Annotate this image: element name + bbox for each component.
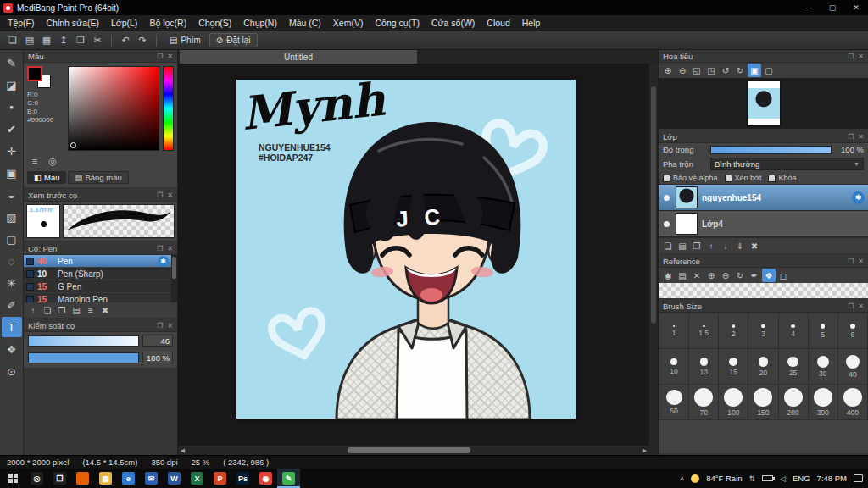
menu-view[interactable]: Xem(V) (327, 15, 370, 31)
brush-menu-icon[interactable]: ≡ (84, 303, 97, 317)
app-chrome[interactable]: ◉ (254, 469, 277, 488)
menu-window[interactable]: Cửa sổ(W) (426, 15, 481, 31)
zoom-out-icon[interactable]: ⊖ (676, 64, 689, 77)
brush-size-150[interactable]: 150 (748, 385, 777, 419)
clock[interactable]: 7:48 PM (817, 474, 847, 483)
canvas-artboard[interactable]: Mynh NGUYENHUE154 #HOIDAP247 (236, 80, 576, 419)
select-rect-tool[interactable]: ▢ (2, 229, 22, 249)
zoom-tool[interactable]: ⊙ (2, 361, 22, 381)
merge-layer-icon[interactable]: ⇓ (733, 239, 747, 252)
layer-item-nguyenhue154[interactable]: nguyenhue154✱ (659, 185, 868, 211)
cut-icon[interactable]: ✂ (90, 33, 105, 48)
brush-opacity-value[interactable]: 100 % (142, 352, 173, 363)
minimize-button[interactable]: — (797, 0, 821, 15)
redo-icon[interactable]: ↷ (135, 33, 150, 48)
start-button[interactable] (0, 469, 25, 488)
open-reference-icon[interactable]: ▤ (676, 269, 689, 282)
brush-size-4[interactable]: 4 (779, 313, 808, 348)
brush-size-70[interactable]: 70 (689, 385, 718, 419)
copy-icon[interactable]: ❐ (73, 33, 88, 48)
move-tool[interactable]: ✛ (2, 141, 22, 161)
brush-size-3[interactable]: 3 (748, 313, 777, 348)
ref-rotate-icon[interactable]: ↻ (733, 269, 747, 282)
menu-file[interactable]: Tệp(F) (2, 15, 41, 31)
panel-popout-icon[interactable]: ❐ (848, 258, 854, 265)
panel-popout-icon[interactable]: ❐ (157, 245, 163, 252)
layer-settings-icon[interactable]: ✱ (852, 191, 865, 204)
app-word[interactable]: W (163, 469, 186, 488)
brush-size-slider[interactable] (28, 336, 139, 347)
layer-opacity-slider[interactable] (710, 146, 832, 154)
duplicate-brush-icon[interactable]: ❐ (55, 303, 69, 317)
app-medibang[interactable]: ✎ (277, 469, 300, 488)
brush-size-30[interactable]: 30 (809, 349, 837, 384)
add-folder-icon[interactable]: ▤ (676, 239, 689, 252)
menu-filter[interactable]: Bộ lọc(R) (143, 15, 192, 31)
language-indicator[interactable]: ENG (793, 474, 810, 483)
panel-close-icon[interactable]: ✕ (858, 133, 864, 141)
menu-help[interactable]: Help (516, 15, 547, 31)
weather-text[interactable]: 84°F Rain (706, 474, 742, 483)
vscroll-thumb[interactable] (651, 86, 656, 324)
shortcut-keys-button[interactable]: ▤ Phím (163, 33, 208, 47)
hand-tool[interactable]: ❖ (2, 339, 22, 359)
text-tool[interactable]: T (2, 317, 22, 337)
blend-mode-select[interactable]: Bình thường ▼ (710, 158, 864, 170)
panel-popout-icon[interactable]: ❐ (848, 133, 854, 141)
delete-layer-icon[interactable]: ✖ (748, 239, 761, 252)
zoom-fit-icon[interactable]: ◱ (690, 64, 704, 77)
brush-size-15[interactable]: 15 (719, 349, 748, 384)
menu-edit[interactable]: Chỉnh sửa(E) (41, 15, 105, 31)
navigator-thumbnail[interactable] (748, 81, 780, 125)
navigator-preview[interactable] (659, 78, 868, 129)
ref-hand-icon[interactable]: ❖ (762, 269, 776, 282)
rotate-left-icon[interactable]: ↺ (719, 64, 732, 77)
delete-brush-icon[interactable]: ✖ (98, 303, 112, 317)
rotate-right-icon[interactable]: ↻ (733, 64, 747, 77)
document-tab[interactable]: Untitled (180, 50, 417, 64)
bucket-tool[interactable]: ◒ (2, 185, 22, 205)
brush-size-1.5[interactable]: 1.5 (689, 313, 718, 348)
brush-item-g-pen[interactable]: 15G Pen (24, 280, 171, 293)
magic-wand-tool[interactable]: ✳ (2, 273, 22, 293)
eraser-tool[interactable]: ◪ (2, 75, 22, 95)
panel-close-icon[interactable]: ✕ (858, 302, 864, 310)
brush-size-13[interactable]: 13 (689, 349, 718, 384)
pen-tool[interactable]: ✐ (2, 295, 22, 315)
lasso-tool[interactable]: ◌ (2, 251, 22, 271)
brush-size-5[interactable]: 5 (809, 313, 837, 348)
close-button[interactable]: ✕ (844, 0, 868, 15)
open-file-icon[interactable]: ▤ (22, 33, 37, 48)
panel-close-icon[interactable]: ✕ (167, 245, 173, 252)
add-layer-icon[interactable]: ❏ (661, 239, 675, 252)
gradient-tool[interactable]: ▨ (2, 207, 22, 227)
fill-rect-tool[interactable]: ▣ (2, 163, 22, 183)
brush-item-mapping-pen[interactable]: 15Mapping Pen (24, 293, 171, 302)
select-pen-tool[interactable]: ✔ (2, 119, 22, 139)
brush-size-40[interactable]: 40 (838, 349, 867, 384)
show-reference-icon[interactable]: ◉ (661, 269, 675, 282)
panel-close-icon[interactable]: ✕ (858, 258, 864, 265)
menu-layer[interactable]: Lớp(L) (105, 15, 143, 31)
scroll-left-icon[interactable]: ◀ (178, 446, 187, 455)
app-cortana[interactable]: ◎ (25, 469, 48, 488)
canvas-hscrollbar[interactable]: ◀ ▶ (178, 446, 649, 455)
brush-size-50[interactable]: 50 (659, 385, 688, 419)
foreground-color-swatch[interactable] (27, 66, 42, 81)
brush-size-10[interactable]: 10 (659, 349, 688, 384)
color-sliders-icon[interactable]: ≡ (27, 153, 42, 169)
layer-up-icon[interactable]: ↑ (704, 239, 718, 252)
brush-settings-icon[interactable]: ✱ (158, 256, 169, 267)
panel-popout-icon[interactable]: ❐ (157, 191, 163, 199)
zoom-in-icon[interactable]: ⊕ (661, 64, 675, 77)
reset-button[interactable]: ⊘ Đặt lại (209, 33, 258, 47)
duplicate-layer-icon[interactable]: ❐ (690, 239, 704, 252)
menu-select[interactable]: Chọn(S) (192, 15, 237, 31)
lock-checkbox[interactable]: Khóa (768, 174, 796, 182)
brush-list-scrollbar[interactable] (171, 255, 177, 302)
nav-thumbnail-button[interactable]: ▣ (748, 64, 761, 77)
nav-reset-icon[interactable]: ▢ (762, 64, 776, 77)
dot-pen-tool[interactable]: ▪ (2, 97, 22, 117)
panel-close-icon[interactable]: ✕ (167, 322, 173, 330)
brush-size-300[interactable]: 300 (809, 385, 837, 419)
